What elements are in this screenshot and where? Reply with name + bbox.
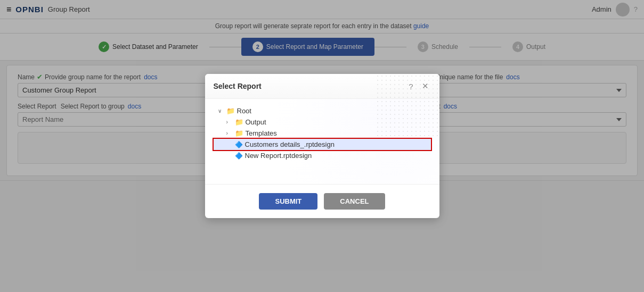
output-chevron: › bbox=[226, 119, 233, 125]
modal-title: Select Report bbox=[214, 82, 262, 90]
modal-body: ∨ 📁 Root › 📁 Output › 📁 Templates 🔷 Cust… bbox=[205, 99, 439, 184]
submit-button[interactable]: SUBMIT bbox=[259, 193, 317, 210]
modal-header-icons: ? ✕ bbox=[406, 80, 430, 92]
tree-item-customers-rpt[interactable]: 🔷 Customers details_.rptdesign bbox=[214, 139, 431, 150]
modal-footer: SUBMIT CANCEL bbox=[205, 184, 439, 218]
templates-folder-icon: 📁 bbox=[235, 129, 243, 137]
new-report-file-icon: 🔷 bbox=[235, 152, 243, 160]
modal-close-button[interactable]: ✕ bbox=[420, 80, 431, 92]
tree-item-templates[interactable]: › 📁 Templates bbox=[214, 128, 431, 139]
modal-header: Select Report ? ✕ bbox=[205, 74, 439, 99]
select-report-modal: Select Report ? ✕ ∨ 📁 Root › 📁 Output › … bbox=[205, 74, 439, 218]
tree-item-output[interactable]: › 📁 Output bbox=[214, 116, 431, 128]
cancel-button[interactable]: CANCEL bbox=[324, 193, 385, 210]
new-report-label: New Report.rptdesign bbox=[245, 152, 312, 160]
root-chevron: ∨ bbox=[218, 108, 224, 114]
customers-rpt-file-icon: 🔷 bbox=[235, 141, 243, 148]
modal-help-button[interactable]: ? bbox=[406, 81, 415, 92]
output-folder-icon: 📁 bbox=[235, 118, 243, 126]
root-label: Root bbox=[237, 107, 251, 115]
output-label: Output bbox=[246, 118, 266, 126]
customers-rpt-label: Customers details_.rptdesign bbox=[245, 140, 335, 148]
modal-overlay[interactable]: Select Report ? ✕ ∨ 📁 Root › 📁 Output › … bbox=[0, 0, 644, 292]
tree-item-root[interactable]: ∨ 📁 Root bbox=[214, 105, 431, 116]
tree-item-new-report[interactable]: 🔷 New Report.rptdesign bbox=[214, 150, 431, 161]
root-folder-icon: 📁 bbox=[226, 107, 235, 115]
templates-chevron: › bbox=[226, 130, 233, 136]
templates-label: Templates bbox=[246, 129, 277, 137]
